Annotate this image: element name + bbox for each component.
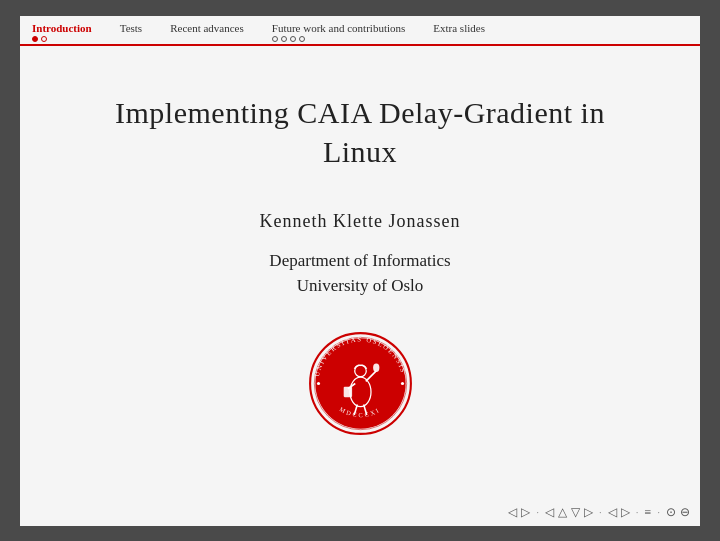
right-arrow3-icon[interactable]: ▷: [621, 505, 630, 520]
nav-item-future[interactable]: Future work and contributions: [268, 20, 410, 44]
zoom-out-icon[interactable]: ⊖: [680, 505, 690, 520]
left-arrow3-icon[interactable]: ◁: [608, 505, 617, 520]
svg-rect-10: [343, 387, 351, 398]
left-arrow-icon[interactable]: ◁: [508, 505, 517, 520]
nav-label-recent: Recent advances: [170, 22, 244, 34]
nav-label-introduction: Introduction: [32, 22, 92, 34]
zoom-icon[interactable]: ⊙: [666, 505, 676, 520]
nav-item-tests[interactable]: Tests: [116, 20, 146, 36]
slide-title: Implementing CAIA Delay-Gradient in Linu…: [80, 93, 640, 171]
nav-dots-introduction: [32, 36, 47, 42]
left-arrow2-icon[interactable]: ◁: [545, 505, 554, 520]
down-arrow-icon[interactable]: ▽: [571, 505, 580, 520]
nav-item-introduction[interactable]: Introduction: [28, 20, 96, 44]
up-arrow-icon[interactable]: △: [558, 505, 567, 520]
svg-point-8: [373, 364, 379, 372]
svg-point-6: [354, 365, 366, 377]
separator-3: ·: [636, 506, 639, 518]
separator-2: ·: [599, 506, 602, 518]
seal-svg: UNIVERSITAS OSLOENSIS MDCCCXI: [308, 331, 413, 436]
separator-1: ·: [536, 506, 539, 518]
bottom-controls: ◁ ▷ · ◁ △ ▽ ▷ · ◁ ▷ · ≡ · ⊙ ⊖: [508, 505, 690, 520]
dot-f4: [299, 36, 305, 42]
svg-point-13: [316, 382, 319, 385]
right-arrow-icon[interactable]: ▷: [521, 505, 530, 520]
nav-item-recent[interactable]: Recent advances: [166, 20, 248, 36]
slide-author: Kenneth Klette Jonassen: [260, 211, 461, 232]
dot-f3: [290, 36, 296, 42]
slide-content: Implementing CAIA Delay-Gradient in Linu…: [20, 46, 700, 526]
dot-f2: [281, 36, 287, 42]
svg-point-14: [400, 382, 403, 385]
dot-1: [32, 36, 38, 42]
nav-label-extra: Extra slides: [433, 22, 485, 34]
nav-label-future: Future work and contributions: [272, 22, 406, 34]
dot-f1: [272, 36, 278, 42]
separator-4: ·: [657, 506, 660, 518]
nav-dots-future: [272, 36, 305, 42]
slide-department: Department of Informatics University of …: [269, 248, 450, 299]
svg-point-5: [350, 377, 371, 406]
slide-container: Introduction Tests Recent advances Futur…: [20, 16, 700, 526]
bookmark-icon[interactable]: ≡: [644, 505, 651, 520]
institution-block: Department of Informatics University of …: [269, 248, 450, 329]
university-seal: UNIVERSITAS OSLOENSIS MDCCCXI: [305, 329, 415, 439]
nav-item-extra[interactable]: Extra slides: [429, 20, 489, 36]
nav-bar: Introduction Tests Recent advances Futur…: [20, 16, 700, 46]
dot-2: [41, 36, 47, 42]
right-arrow2-icon[interactable]: ▷: [584, 505, 593, 520]
nav-label-tests: Tests: [120, 22, 142, 34]
